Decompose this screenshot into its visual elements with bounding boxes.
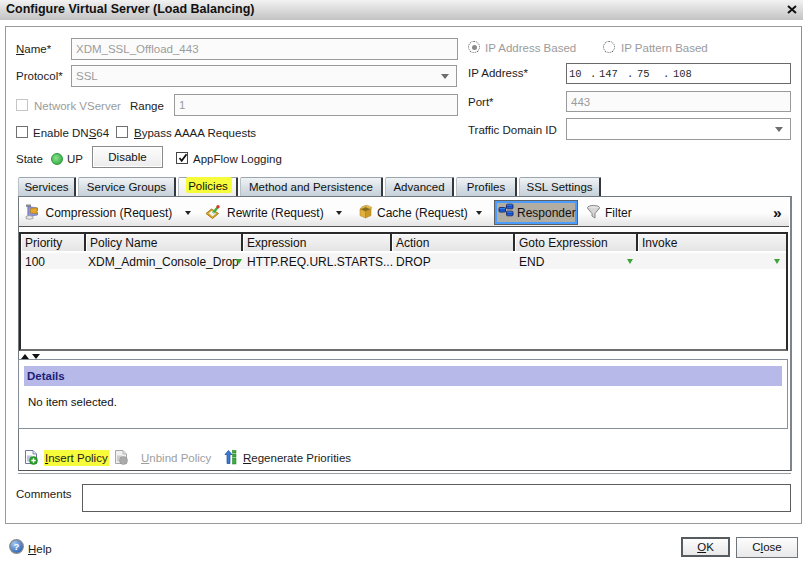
svg-text:?: ? xyxy=(14,541,20,552)
